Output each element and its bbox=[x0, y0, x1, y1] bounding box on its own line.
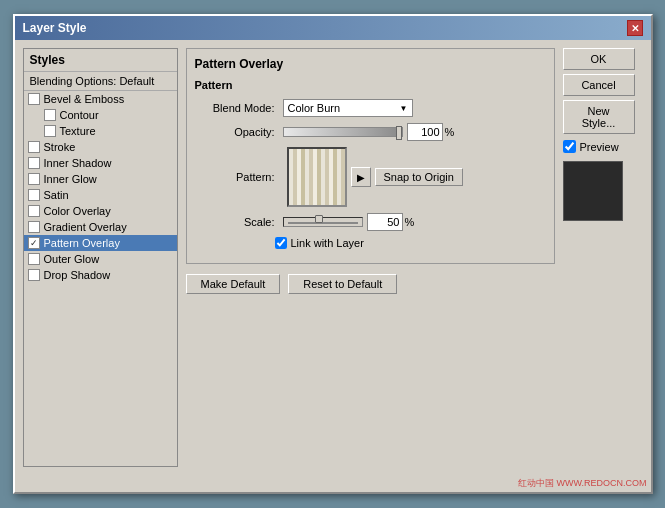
color-overlay-checkbox[interactable] bbox=[28, 205, 40, 217]
scale-slider[interactable] bbox=[283, 217, 363, 227]
close-button[interactable]: ✕ bbox=[627, 20, 643, 36]
opacity-label: Opacity: bbox=[195, 126, 275, 138]
left-panel: Styles Blending Options: Default Bevel &… bbox=[23, 48, 178, 467]
stroke-checkbox[interactable] bbox=[28, 141, 40, 153]
sidebar-item-contour[interactable]: Contour bbox=[24, 107, 177, 123]
pattern-label: Pattern: bbox=[195, 171, 275, 183]
opacity-input[interactable] bbox=[407, 123, 443, 141]
bottom-buttons: Make Default Reset to Default bbox=[186, 270, 555, 294]
texture-label: Texture bbox=[60, 125, 96, 137]
ok-button[interactable]: OK bbox=[563, 48, 635, 70]
center-panel: Pattern Overlay Pattern Blend Mode: Colo… bbox=[186, 48, 555, 467]
blend-mode-row: Blend Mode: Color Burn ▼ bbox=[195, 99, 546, 117]
pattern-row: Pattern: ▶ Snap to Origin bbox=[195, 147, 546, 207]
pattern-options-button[interactable]: ▶ bbox=[351, 167, 371, 187]
opacity-unit: % bbox=[445, 126, 455, 138]
link-with-layer-row: Link with Layer bbox=[195, 237, 546, 249]
pattern-overlay-checkbox[interactable] bbox=[28, 237, 40, 249]
reset-to-default-button[interactable]: Reset to Default bbox=[288, 274, 397, 294]
scale-unit: % bbox=[405, 216, 415, 228]
sub-section-title: Pattern bbox=[195, 79, 546, 91]
satin-label: Satin bbox=[44, 189, 69, 201]
link-with-layer-text: Link with Layer bbox=[291, 237, 364, 249]
opacity-row: Opacity: % bbox=[195, 123, 546, 141]
blend-mode-label: Blend Mode: bbox=[195, 102, 275, 114]
sidebar-item-texture[interactable]: Texture bbox=[24, 123, 177, 139]
scale-row: Scale: % bbox=[195, 213, 546, 231]
layer-style-dialog: Layer Style ✕ Styles Blending Options: D… bbox=[13, 14, 653, 494]
contour-label: Contour bbox=[60, 109, 99, 121]
opacity-slider[interactable] bbox=[283, 127, 403, 137]
sidebar-item-satin[interactable]: Satin bbox=[24, 187, 177, 203]
color-overlay-label: Color Overlay bbox=[44, 205, 111, 217]
link-with-layer-label: Link with Layer bbox=[275, 237, 364, 249]
inner-glow-label: Inner Glow bbox=[44, 173, 97, 185]
scale-label: Scale: bbox=[195, 216, 275, 228]
opacity-thumb[interactable] bbox=[396, 126, 402, 140]
stroke-label: Stroke bbox=[44, 141, 76, 153]
inner-shadow-checkbox[interactable] bbox=[28, 157, 40, 169]
sidebar-item-inner-shadow[interactable]: Inner Shadow bbox=[24, 155, 177, 171]
sidebar-item-bevel-emboss[interactable]: Bevel & Emboss bbox=[24, 91, 177, 107]
sidebar-item-drop-shadow[interactable]: Drop Shadow bbox=[24, 267, 177, 283]
scale-input[interactable] bbox=[367, 213, 403, 231]
sidebar-item-color-overlay[interactable]: Color Overlay bbox=[24, 203, 177, 219]
bevel-emboss-checkbox[interactable] bbox=[28, 93, 40, 105]
inner-shadow-label: Inner Shadow bbox=[44, 157, 112, 169]
preview-row: Preview bbox=[563, 140, 643, 153]
dialog-body: Styles Blending Options: Default Bevel &… bbox=[15, 40, 651, 475]
make-default-button[interactable]: Make Default bbox=[186, 274, 281, 294]
pattern-overlay-section: Pattern Overlay Pattern Blend Mode: Colo… bbox=[186, 48, 555, 264]
gradient-overlay-checkbox[interactable] bbox=[28, 221, 40, 233]
right-panel: OK Cancel New Style... Preview bbox=[563, 48, 643, 467]
inner-glow-checkbox[interactable] bbox=[28, 173, 40, 185]
drop-shadow-checkbox[interactable] bbox=[28, 269, 40, 281]
preview-checkbox[interactable] bbox=[563, 140, 576, 153]
blend-mode-dropdown[interactable]: Color Burn ▼ bbox=[283, 99, 413, 117]
sidebar-item-inner-glow[interactable]: Inner Glow bbox=[24, 171, 177, 187]
blend-mode-value: Color Burn bbox=[288, 102, 341, 114]
snap-to-origin-button[interactable]: Snap to Origin bbox=[375, 168, 463, 186]
satin-checkbox[interactable] bbox=[28, 189, 40, 201]
preview-thumbnail bbox=[563, 161, 623, 221]
outer-glow-label: Outer Glow bbox=[44, 253, 100, 265]
pattern-overlay-label: Pattern Overlay bbox=[44, 237, 120, 249]
dialog-title: Layer Style bbox=[23, 21, 87, 35]
styles-header: Styles bbox=[24, 49, 177, 72]
section-title: Pattern Overlay bbox=[195, 57, 546, 71]
blending-options-item[interactable]: Blending Options: Default bbox=[24, 72, 177, 91]
link-with-layer-checkbox[interactable] bbox=[275, 237, 287, 249]
outer-glow-checkbox[interactable] bbox=[28, 253, 40, 265]
sidebar-item-stroke[interactable]: Stroke bbox=[24, 139, 177, 155]
dropdown-arrow-icon: ▼ bbox=[400, 104, 408, 113]
title-bar: Layer Style ✕ bbox=[15, 16, 651, 40]
sidebar-item-outer-glow[interactable]: Outer Glow bbox=[24, 251, 177, 267]
preview-label: Preview bbox=[580, 141, 619, 153]
texture-checkbox[interactable] bbox=[44, 125, 56, 137]
drop-shadow-label: Drop Shadow bbox=[44, 269, 111, 281]
watermark: 红动中国 WWW.REDOCN.COM bbox=[15, 475, 651, 492]
new-style-button[interactable]: New Style... bbox=[563, 100, 635, 134]
pattern-preview[interactable] bbox=[287, 147, 347, 207]
bevel-emboss-label: Bevel & Emboss bbox=[44, 93, 125, 105]
scale-slider-thumb[interactable] bbox=[315, 215, 323, 223]
cancel-button[interactable]: Cancel bbox=[563, 74, 635, 96]
sidebar-item-gradient-overlay[interactable]: Gradient Overlay bbox=[24, 219, 177, 235]
gradient-overlay-label: Gradient Overlay bbox=[44, 221, 127, 233]
sidebar-item-pattern-overlay[interactable]: Pattern Overlay bbox=[24, 235, 177, 251]
contour-checkbox[interactable] bbox=[44, 109, 56, 121]
